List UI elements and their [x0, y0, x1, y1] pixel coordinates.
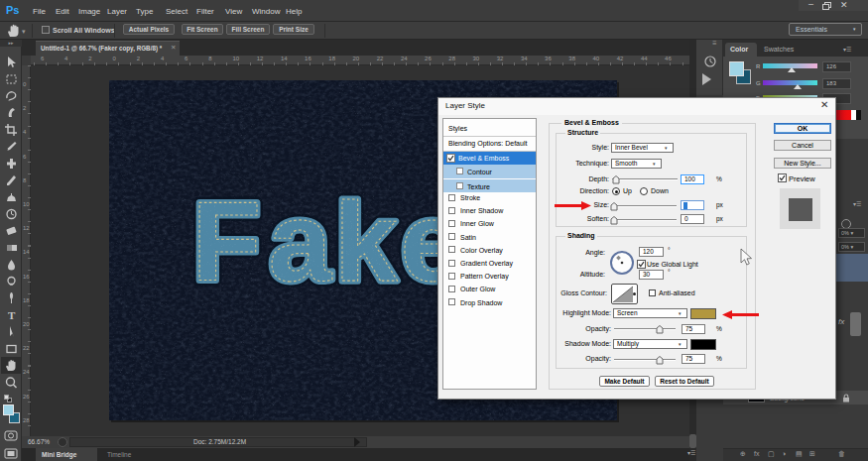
svg-text:T: T [8, 309, 16, 321]
svg-text:F: F [192, 178, 262, 304]
